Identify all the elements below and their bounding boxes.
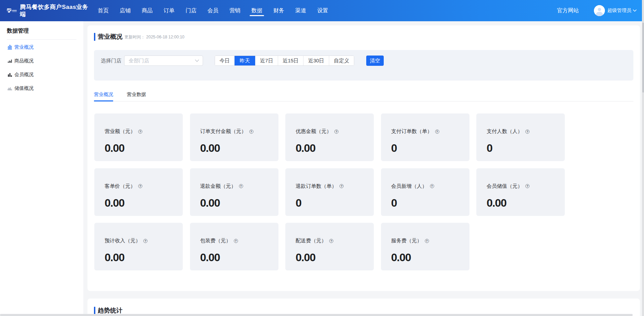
stat-value: 0.00 xyxy=(105,197,183,209)
help-icon[interactable]: ? xyxy=(329,239,333,243)
help-icon[interactable]: ? xyxy=(430,184,434,188)
trend-title-row: 趋势统计 xyxy=(94,299,633,315)
stat-value: 0.00 xyxy=(105,142,183,155)
nav-item-label: 渠道 xyxy=(295,8,306,13)
stat-label: 配送费（元） xyxy=(296,238,326,244)
help-icon[interactable]: ? xyxy=(249,130,253,134)
update-time: 更新时间： 2025-06-18 12:00:10 xyxy=(124,33,184,40)
stat-label-row: 客单价（元）? xyxy=(105,183,183,190)
stat-label: 预计收入（元） xyxy=(105,238,141,244)
stat-label: 支付订单数（单） xyxy=(391,128,432,135)
nav-item-8[interactable]: 数据 xyxy=(251,0,262,21)
nav-item-4[interactable]: 订单 xyxy=(164,0,175,21)
business-overview-card: 营业概况 更新时间： 2025-06-18 12:00:10 选择门店 全部门店… xyxy=(87,25,640,291)
nav-item-label: 商品 xyxy=(142,8,153,13)
trend-title: 趋势统计 xyxy=(98,306,122,315)
nav-item-6[interactable]: 会员 xyxy=(207,0,218,21)
select-chevron-down-icon xyxy=(195,59,199,62)
nav-item-label: 营销 xyxy=(229,8,240,13)
clear-button[interactable]: 清空 xyxy=(366,56,384,66)
tab-2[interactable]: 营业数据 xyxy=(127,88,146,101)
help-icon[interactable]: ? xyxy=(339,184,344,188)
stat-value: 0.00 xyxy=(105,251,183,264)
help-icon[interactable]: ? xyxy=(435,130,439,134)
stat-card-3: 优惠金额（元）?0.00 xyxy=(285,113,374,161)
update-time-label: 更新时间： xyxy=(124,35,145,39)
stat-card-8: 退款订单数（单）?0 xyxy=(285,168,374,216)
nav-item-3[interactable]: 商品 xyxy=(142,0,153,21)
title-accent-bar xyxy=(94,33,95,41)
main-nav: 首页店铺商品订单门店会员营销数据财务渠道设置 xyxy=(98,0,339,21)
range-button-4[interactable]: 近15日 xyxy=(278,56,303,65)
range-button-3[interactable]: 近7日 xyxy=(255,56,278,65)
nav-item-9[interactable]: 财务 xyxy=(273,0,284,21)
stat-grid: 营业额（元）?0.00订单支付金额（元）?0.00优惠金额（元）?0.00支付订… xyxy=(94,113,633,270)
sidebar-item-label: 商品概况 xyxy=(14,58,34,64)
help-icon[interactable]: ? xyxy=(138,130,142,134)
chevron-down-icon xyxy=(633,9,637,12)
sidebar-item-3[interactable]: 会员概况 xyxy=(0,68,83,82)
help-icon[interactable]: ? xyxy=(234,239,238,243)
stat-card-2: 订单支付金额（元）?0.00 xyxy=(190,113,278,161)
stat-label: 退款订单数（单） xyxy=(296,183,337,190)
sidebar-item-4[interactable]: 储值概况 xyxy=(0,82,83,95)
help-icon[interactable]: ? xyxy=(239,184,243,188)
stat-label-row: 服务费（元）? xyxy=(391,238,469,244)
range-button-6[interactable]: 自定义 xyxy=(329,56,354,65)
nav-item-10[interactable]: 渠道 xyxy=(295,0,306,21)
nav-item-5[interactable]: 门店 xyxy=(186,0,196,21)
store-select[interactable]: 全部门店 xyxy=(124,56,203,66)
tab-1[interactable]: 营业概况 xyxy=(94,88,113,101)
user-menu[interactable]: 超级管理员 xyxy=(607,8,637,14)
vertical-scrollbar-track[interactable] xyxy=(642,0,644,316)
stat-card-12: 包装费（元）?0.00 xyxy=(190,223,278,270)
stat-card-4: 支付订单数（单）?0 xyxy=(381,113,469,161)
stat-label-row: 预计收入（元）? xyxy=(105,238,183,244)
page-title: 营业概况 xyxy=(98,33,122,41)
range-button-2[interactable]: 昨天 xyxy=(235,56,255,66)
brand-title: 腾马餐饮多商户Saas业务端 xyxy=(20,3,90,18)
range-button-1[interactable]: 今日 xyxy=(215,56,235,65)
overview-tabs: 营业概况营业数据 xyxy=(94,88,633,101)
stat-card-13: 配送费（元）?0.00 xyxy=(285,223,374,270)
stat-card-14: 服务费（元）?0.00 xyxy=(381,223,469,270)
help-icon[interactable]: ? xyxy=(525,184,529,188)
stat-label: 会员储值（元） xyxy=(487,183,523,190)
stat-card-9: 会员新增（人）?0 xyxy=(381,168,469,216)
stat-label: 营业额（元） xyxy=(105,128,135,135)
stat-card-11: 预计收入（元）?0.00 xyxy=(94,223,183,270)
nav-item-2[interactable]: 店铺 xyxy=(120,0,131,21)
stat-label-row: 订单支付金额（元）? xyxy=(200,128,278,135)
sidebar-item-label: 会员概况 xyxy=(14,72,34,78)
horizontal-scrollbar-thumb[interactable] xyxy=(0,314,633,316)
sidebar-item-1[interactable]: 营业概况 xyxy=(0,40,83,54)
help-icon[interactable]: ? xyxy=(143,239,147,243)
stat-label-row: 退款订单数（单）? xyxy=(296,183,374,190)
stat-card-5: 支付人数（人）?0 xyxy=(476,113,565,161)
nav-item-label: 首页 xyxy=(98,8,109,13)
sidebar-item-2[interactable]: 商品概况 xyxy=(0,54,83,68)
nav-item-7[interactable]: 营销 xyxy=(229,0,240,21)
help-icon[interactable]: ? xyxy=(425,239,429,243)
nav-item-1[interactable]: 首页 xyxy=(98,0,109,21)
sidebar-menu: 营业概况商品概况会员概况储值概况 xyxy=(0,40,83,95)
range-button-5[interactable]: 近30日 xyxy=(303,56,329,65)
nav-item-11[interactable]: 设置 xyxy=(317,0,328,21)
tab-label: 营业概况 xyxy=(94,92,113,97)
stat-value: 0.00 xyxy=(200,197,278,209)
help-icon[interactable]: ? xyxy=(138,184,142,188)
help-icon[interactable]: ? xyxy=(334,130,338,134)
help-icon[interactable]: ? xyxy=(525,130,529,134)
stat-value: 0.00 xyxy=(296,251,374,264)
official-website-link[interactable]: 官方网站 xyxy=(557,7,579,14)
nav-active-underline xyxy=(250,15,264,16)
stat-label-row: 营业额（元）? xyxy=(105,128,183,135)
nav-item-label: 订单 xyxy=(164,8,175,13)
avatar[interactable] xyxy=(594,5,605,16)
sidebar: 数据管理 营业概况商品概况会员概况储值概况 xyxy=(0,21,83,316)
vertical-scrollbar-thumb[interactable] xyxy=(642,23,644,93)
stat-label-row: 包装费（元）? xyxy=(200,238,278,244)
stat-value: 0.00 xyxy=(487,197,565,209)
stat-label: 会员新增（人） xyxy=(391,183,427,190)
nav-item-label: 门店 xyxy=(186,8,196,13)
